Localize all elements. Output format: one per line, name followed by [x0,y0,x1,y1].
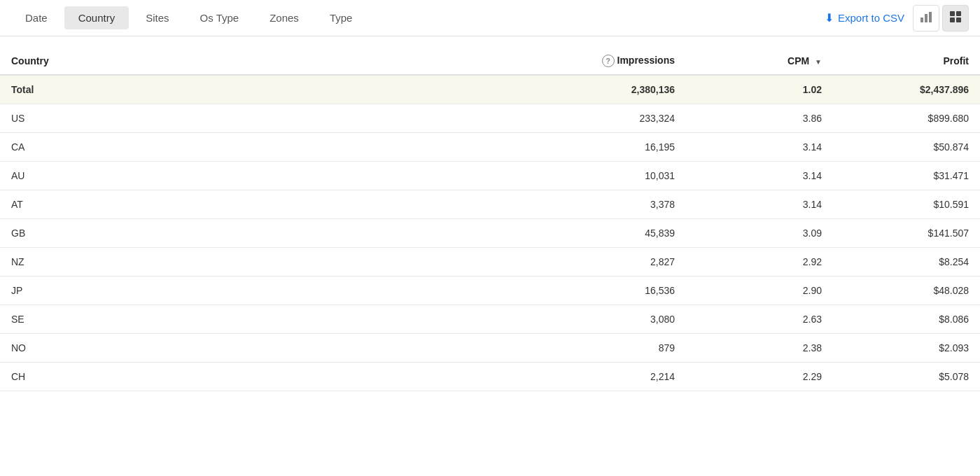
row-cpm: 3.09 [686,219,833,248]
row-country: GB [0,219,539,248]
row-impressions: 233,324 [539,104,686,133]
table-row: GB45,8393.09$141.507 [0,219,980,248]
total-cpm: 1.02 [686,75,833,104]
top-nav: Date Country Sites Os Type Zones Type ⬇ … [0,0,980,36]
tab-os-type[interactable]: Os Type [186,6,253,29]
row-country: SE [0,305,539,334]
row-impressions: 879 [539,334,686,363]
impressions-help-icon[interactable]: ? [602,55,615,67]
table-row: CH2,2142.29$5.078 [0,363,980,391]
row-profit: $5.078 [833,363,980,391]
svg-rect-3 [950,11,955,16]
tab-type[interactable]: Type [316,6,367,29]
row-impressions: 16,195 [539,133,686,162]
view-toggle [913,5,969,31]
row-profit: $48.028 [833,276,980,305]
download-icon: ⬇ [825,11,834,24]
row-profit: $899.680 [833,104,980,133]
row-cpm: 2.90 [686,276,833,305]
row-impressions: 10,031 [539,162,686,190]
table-row: AT3,3783.14$10.591 [0,190,980,219]
tab-country[interactable]: Country [64,6,130,29]
row-cpm: 3.14 [686,162,833,190]
table-row: NZ2,8272.92$8.254 [0,248,980,276]
row-impressions: 3,378 [539,190,686,219]
col-header-country[interactable]: Country [0,48,539,75]
svg-rect-2 [929,12,932,22]
impressions-label: Impressions [617,55,675,66]
export-label: Export to CSV [838,12,904,24]
row-profit: $10.591 [833,190,980,219]
table-header-row: Country ?Impressions CPM ▼ Profit [0,48,980,75]
cpm-label: CPM [788,55,809,66]
export-csv-button[interactable]: ⬇ Export to CSV [825,11,904,24]
row-country: NZ [0,248,539,276]
table-grid-icon [949,10,962,26]
bar-chart-icon [920,10,932,26]
row-profit: $141.507 [833,219,980,248]
table-row: AU10,0313.14$31.471 [0,162,980,190]
row-profit: $50.874 [833,133,980,162]
tab-sites[interactable]: Sites [132,6,183,29]
row-country: AU [0,162,539,190]
row-cpm: 2.38 [686,334,833,363]
row-impressions: 2,214 [539,363,686,391]
row-country: US [0,104,539,133]
sort-icon: ▼ [815,58,822,66]
tab-zones[interactable]: Zones [255,6,313,29]
row-cpm: 3.14 [686,133,833,162]
col-header-impressions[interactable]: ?Impressions [539,48,686,75]
nav-actions: ⬇ Export to CSV [825,5,969,31]
svg-rect-4 [956,11,961,16]
data-table: Country ?Impressions CPM ▼ Profit Total … [0,48,980,391]
row-cpm: 2.63 [686,305,833,334]
svg-rect-1 [925,14,927,22]
col-header-profit[interactable]: Profit [833,48,980,75]
total-country: Total [0,75,539,104]
row-cpm: 2.29 [686,363,833,391]
tab-date[interactable]: Date [11,6,62,29]
row-profit: $31.471 [833,162,980,190]
row-impressions: 3,080 [539,305,686,334]
row-country: CH [0,363,539,391]
table-row: SE3,0802.63$8.086 [0,305,980,334]
svg-rect-0 [920,18,923,22]
row-country: NO [0,334,539,363]
svg-rect-5 [950,18,955,22]
table-view-button[interactable] [942,5,969,31]
row-impressions: 16,536 [539,276,686,305]
row-cpm: 2.92 [686,248,833,276]
col-header-cpm[interactable]: CPM ▼ [686,48,833,75]
row-impressions: 2,827 [539,248,686,276]
row-country: JP [0,276,539,305]
row-profit: $2.093 [833,334,980,363]
table-row: US233,3243.86$899.680 [0,104,980,133]
nav-tabs: Date Country Sites Os Type Zones Type [11,6,825,29]
svg-rect-6 [956,18,961,22]
row-country: CA [0,133,539,162]
total-impressions: 2,380,136 [539,75,686,104]
row-profit: $8.254 [833,248,980,276]
total-profit: $2,437.896 [833,75,980,104]
row-cpm: 3.14 [686,190,833,219]
chart-view-button[interactable] [913,5,939,31]
data-table-container: Country ?Impressions CPM ▼ Profit Total … [0,36,980,402]
table-row: CA16,1953.14$50.874 [0,133,980,162]
table-row: NO8792.38$2.093 [0,334,980,363]
table-total-row: Total 2,380,136 1.02 $2,437.896 [0,75,980,104]
row-profit: $8.086 [833,305,980,334]
row-country: AT [0,190,539,219]
row-cpm: 3.86 [686,104,833,133]
row-impressions: 45,839 [539,219,686,248]
table-row: JP16,5362.90$48.028 [0,276,980,305]
